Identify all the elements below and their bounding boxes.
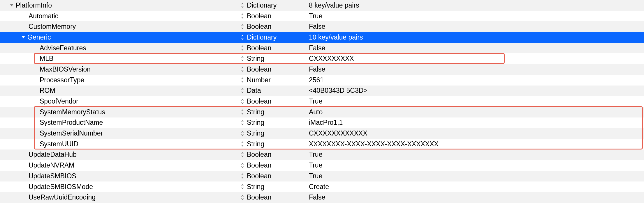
type-cell[interactable]: Boolean — [240, 192, 295, 203]
value-cell[interactable]: XXXXXXXX-XXXX-XXXX-XXXX-XXXXXXX — [295, 139, 644, 149]
value-cell[interactable]: 10 key/value pairs — [295, 32, 644, 43]
type-stepper[interactable] — [240, 3, 245, 8]
key-cell[interactable]: PlatformInfo — [0, 0, 240, 11]
key-cell[interactable]: SystemSerialNumber — [0, 128, 240, 139]
type-stepper[interactable] — [240, 120, 245, 125]
plist-row[interactable]: SystemUUIDStringXXXXXXXX-XXXX-XXXX-XXXX-… — [0, 139, 644, 149]
key-cell[interactable]: MaxBIOSVersion — [0, 64, 240, 75]
key-cell[interactable]: UpdateSMBIOSMode — [0, 181, 240, 192]
disclosure-triangle[interactable] — [20, 34, 26, 40]
type-cell[interactable]: String — [240, 53, 295, 64]
key-cell[interactable]: AdviseFeatures — [0, 43, 240, 54]
plist-row[interactable]: AutomaticBooleanTrue — [0, 11, 644, 22]
type-stepper[interactable] — [240, 141, 245, 147]
type-cell[interactable]: Boolean — [240, 149, 295, 160]
plist-row[interactable]: PlatformInfoDictionary8 key/value pairs — [0, 0, 644, 11]
value-cell[interactable]: True — [295, 96, 644, 107]
plist-row[interactable]: MLBStringCXXXXXXXXX — [0, 53, 644, 64]
type-stepper[interactable] — [240, 184, 245, 189]
type-cell[interactable]: String — [240, 139, 295, 149]
plist-row[interactable]: SystemSerialNumberStringCXXXXXXXXXXXX — [0, 128, 644, 139]
type-stepper[interactable] — [240, 152, 245, 157]
plist-row[interactable]: UpdateDataHubBooleanTrue — [0, 149, 644, 160]
type-cell[interactable]: String — [240, 107, 295, 117]
plist-row[interactable]: AdviseFeaturesBooleanFalse — [0, 43, 644, 54]
type-stepper[interactable] — [240, 13, 245, 19]
value-cell[interactable]: True — [295, 11, 644, 22]
plist-row[interactable]: CustomMemoryBooleanFalse — [0, 21, 644, 32]
type-cell[interactable]: String — [240, 117, 295, 128]
value-cell[interactable]: False — [295, 21, 644, 32]
type-stepper[interactable] — [240, 67, 245, 72]
plist-row[interactable]: SystemProductNameStringiMacPro1,1 — [0, 117, 644, 128]
type-cell[interactable]: Boolean — [240, 171, 295, 181]
value-cell[interactable]: True — [295, 160, 644, 171]
type-stepper[interactable] — [240, 173, 245, 179]
plist-tree[interactable]: PlatformInfoDictionary8 key/value pairsA… — [0, 0, 644, 203]
key-label: Generic — [27, 33, 51, 41]
type-stepper[interactable] — [240, 99, 245, 104]
type-stepper[interactable] — [240, 109, 245, 115]
type-stepper[interactable] — [240, 35, 245, 40]
type-cell[interactable]: Boolean — [240, 160, 295, 171]
type-stepper[interactable] — [240, 56, 245, 61]
plist-row[interactable]: MaxBIOSVersionBooleanFalse — [0, 64, 644, 75]
key-cell[interactable]: SpoofVendor — [0, 96, 240, 107]
disclosure-triangle[interactable] — [9, 2, 15, 8]
key-cell[interactable]: UpdateNVRAM — [0, 160, 240, 171]
plist-row[interactable]: SpoofVendorBooleanTrue — [0, 96, 644, 107]
type-cell[interactable]: Data — [240, 86, 295, 96]
key-cell[interactable]: SystemUUID — [0, 139, 240, 149]
value-cell[interactable]: False — [295, 64, 644, 75]
key-cell[interactable]: SystemProductName — [0, 117, 240, 128]
type-cell[interactable]: Boolean — [240, 21, 295, 32]
key-cell[interactable]: UpdateDataHub — [0, 149, 240, 160]
plist-row[interactable]: ProcessorTypeNumber2561 — [0, 75, 644, 86]
type-stepper[interactable] — [240, 163, 245, 168]
type-cell[interactable]: Boolean — [240, 43, 295, 54]
plist-row[interactable]: UpdateNVRAMBooleanTrue — [0, 160, 644, 171]
type-cell[interactable]: Boolean — [240, 11, 295, 22]
plist-row[interactable]: GenericDictionary10 key/value pairs — [0, 32, 644, 43]
plist-row[interactable]: UseRawUuidEncodingBooleanFalse — [0, 192, 644, 203]
type-stepper[interactable] — [240, 45, 245, 51]
key-cell[interactable]: Generic — [0, 32, 240, 43]
type-stepper[interactable] — [240, 88, 245, 93]
value-cell[interactable]: True — [295, 149, 644, 160]
plist-row[interactable]: UpdateSMBIOSModeStringCreate — [0, 181, 644, 192]
type-cell[interactable]: Dictionary — [240, 0, 295, 11]
value-cell[interactable]: 8 key/value pairs — [295, 0, 644, 11]
type-cell[interactable]: String — [240, 128, 295, 139]
value-cell[interactable]: CXXXXXXXXXXXX — [295, 128, 644, 139]
indent-spacer — [0, 176, 29, 176]
type-cell[interactable]: Number — [240, 75, 295, 86]
key-cell[interactable]: UseRawUuidEncoding — [0, 192, 240, 203]
value-cell[interactable]: Create — [295, 181, 644, 192]
type-stepper[interactable] — [240, 195, 245, 200]
key-cell[interactable]: MLB — [0, 53, 240, 64]
key-cell[interactable]: CustomMemory — [0, 21, 240, 32]
value-cell[interactable]: iMacPro1,1 — [295, 117, 644, 128]
value-cell[interactable]: <40B0343D 5C3D> — [295, 86, 644, 96]
type-cell[interactable]: Dictionary — [240, 32, 295, 43]
key-cell[interactable]: Automatic — [0, 11, 240, 22]
key-cell[interactable]: SystemMemoryStatus — [0, 107, 240, 117]
plist-row[interactable]: UpdateSMBIOSBooleanTrue — [0, 171, 644, 181]
key-cell[interactable]: ROM — [0, 86, 240, 96]
type-stepper[interactable] — [240, 77, 245, 83]
key-cell[interactable]: ProcessorType — [0, 75, 240, 86]
value-cell[interactable]: False — [295, 192, 644, 203]
key-cell[interactable]: UpdateSMBIOS — [0, 171, 240, 181]
value-cell[interactable]: False — [295, 43, 644, 54]
type-stepper[interactable] — [240, 24, 245, 29]
type-cell[interactable]: Boolean — [240, 64, 295, 75]
type-cell[interactable]: String — [240, 181, 295, 192]
type-stepper[interactable] — [240, 131, 245, 136]
plist-row[interactable]: ROMData<40B0343D 5C3D> — [0, 86, 644, 96]
value-cell[interactable]: CXXXXXXXXX — [295, 53, 644, 64]
plist-row[interactable]: SystemMemoryStatusStringAuto — [0, 107, 644, 117]
value-cell[interactable]: True — [295, 171, 644, 181]
value-cell[interactable]: Auto — [295, 107, 644, 117]
type-cell[interactable]: Boolean — [240, 96, 295, 107]
value-cell[interactable]: 2561 — [295, 75, 644, 86]
